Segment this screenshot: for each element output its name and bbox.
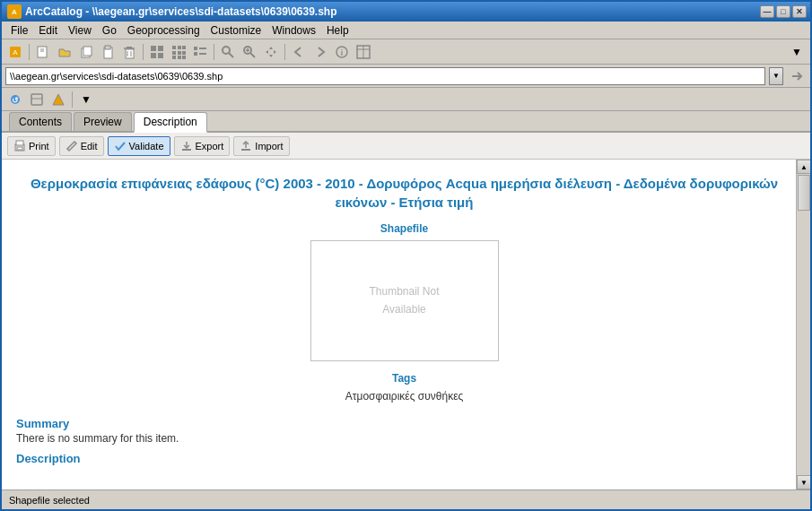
summary-text: There is no summary for this item. — [16, 432, 792, 445]
tab-preview[interactable]: Preview — [74, 112, 132, 131]
tab-contents[interactable]: Contents — [9, 112, 72, 131]
svg-rect-21 — [178, 46, 181, 49]
summary-title: Summary — [16, 417, 792, 430]
svg-rect-17 — [158, 46, 163, 51]
toolbar2-btn2[interactable] — [27, 90, 47, 109]
scroll-up-arrow[interactable]: ▲ — [797, 160, 810, 174]
toolbar-btn-1[interactable]: A — [5, 42, 25, 62]
menu-edit[interactable]: Edit — [33, 22, 63, 39]
svg-rect-24 — [178, 51, 181, 55]
svg-point-33 — [223, 47, 230, 54]
toolbar-paste[interactable] — [98, 42, 118, 62]
main-content: Θερμοκρασία επιφάνειας εδάφους (°C) 2003… — [2, 160, 810, 489]
address-go[interactable] — [787, 66, 807, 86]
svg-rect-10 — [105, 46, 110, 49]
menu-geoprocessing[interactable]: Geoprocessing — [122, 22, 205, 39]
validate-label: Validate — [129, 141, 164, 152]
app-icon: A — [7, 4, 22, 19]
menu-help[interactable]: Help — [321, 22, 354, 39]
toolbar-list[interactable] — [190, 42, 210, 62]
svg-rect-49 — [17, 147, 22, 150]
content-toolbar: Print Edit Validate Export Import — [2, 133, 810, 160]
svg-rect-26 — [172, 56, 176, 59]
toolbar2-btn4[interactable]: ▼ — [76, 90, 96, 109]
toolbar-copy[interactable] — [76, 42, 96, 62]
menu-file[interactable]: File — [5, 22, 33, 39]
tags-value: Ατμοσφαιρικές συνθήκες — [345, 390, 464, 403]
validate-button[interactable]: Validate — [108, 136, 170, 156]
svg-rect-27 — [178, 56, 181, 59]
toolbar-info[interactable]: i — [332, 42, 352, 62]
tab-description[interactable]: Description — [134, 112, 207, 133]
page-title: Θερμοκρασία επιφάνειας εδάφους (°C) 2003… — [16, 174, 792, 212]
toolbar-pan[interactable] — [261, 42, 281, 62]
maximize-button[interactable]: □ — [776, 5, 790, 18]
tab-bar: Contents Preview Description — [2, 111, 810, 133]
svg-rect-50 — [182, 149, 191, 151]
toolbar-sep-3 — [214, 44, 214, 60]
toolbar-back[interactable] — [289, 42, 309, 62]
toolbar-zoom-in[interactable] — [240, 42, 259, 62]
menu-go[interactable]: Go — [97, 22, 122, 39]
scroll-down-arrow[interactable]: ▼ — [797, 475, 810, 489]
svg-rect-30 — [199, 48, 206, 49]
toolbar-sep-2 — [143, 44, 144, 60]
tags-label: Tags — [345, 372, 464, 385]
print-label: Print — [29, 141, 49, 152]
toolbar-sep-4 — [284, 44, 285, 60]
window-controls: — □ ✕ — [760, 5, 807, 18]
export-label: Export — [196, 141, 224, 152]
toolbar-grid1[interactable] — [147, 42, 167, 62]
svg-text:↺: ↺ — [12, 96, 19, 105]
toolbar-search[interactable] — [218, 42, 238, 62]
toolbar-grid2[interactable] — [169, 42, 188, 62]
svg-text:A: A — [12, 8, 17, 16]
scroll-right: ▲ ▼ — [796, 160, 810, 489]
import-button[interactable]: Import — [233, 136, 289, 156]
edit-button[interactable]: Edit — [59, 136, 104, 156]
svg-rect-19 — [158, 53, 163, 58]
svg-rect-4 — [38, 47, 47, 57]
toolbar-new[interactable] — [33, 42, 53, 62]
svg-rect-11 — [126, 49, 134, 58]
svg-text:i: i — [341, 48, 344, 57]
svg-rect-16 — [151, 46, 156, 51]
menu-windows[interactable]: Windows — [266, 22, 321, 39]
export-button[interactable]: Export — [174, 136, 231, 156]
close-button[interactable]: ✕ — [792, 5, 807, 18]
toolbar2-btn3[interactable] — [48, 90, 68, 109]
svg-rect-46 — [31, 94, 42, 105]
toolbar-forward[interactable] — [310, 42, 330, 62]
svg-rect-28 — [182, 56, 186, 59]
content-area: Print Edit Validate Export Import — [2, 133, 810, 489]
scroll-thumb[interactable] — [798, 175, 810, 211]
svg-rect-32 — [199, 53, 206, 55]
thumbnail-box: Thumbnail Not Available — [310, 240, 499, 361]
svg-rect-13 — [127, 47, 132, 48]
menu-bar: File Edit View Go Geoprocessing Customiz… — [2, 22, 810, 39]
print-button[interactable]: Print — [7, 136, 56, 156]
svg-rect-25 — [182, 51, 186, 55]
svg-line-34 — [229, 53, 233, 57]
status-text: Shapefile selected — [9, 495, 90, 506]
svg-rect-23 — [172, 51, 176, 55]
menu-customize[interactable]: Customize — [205, 22, 267, 39]
description-title: Description — [16, 452, 792, 465]
svg-rect-48 — [16, 141, 23, 145]
toolbar-delete[interactable] — [119, 42, 139, 62]
address-dropdown[interactable]: ▼ — [769, 67, 783, 85]
toolbar-open[interactable] — [55, 42, 74, 62]
svg-rect-29 — [194, 47, 197, 50]
toolbar2-sep — [72, 91, 73, 108]
menu-view[interactable]: View — [63, 22, 97, 39]
address-input[interactable] — [5, 67, 765, 85]
tags-section: Tags Ατμοσφαιρικές συνθήκες — [345, 372, 464, 403]
import-label: Import — [255, 141, 283, 152]
minimize-button[interactable]: — — [760, 5, 774, 18]
toolbar2-btn1[interactable]: ↺ — [5, 90, 25, 109]
toolbar-table[interactable] — [354, 42, 373, 62]
address-bar: ▼ — [2, 65, 810, 88]
summary-section: Summary There is no summary for this ite… — [16, 417, 792, 445]
description-section: Description — [16, 452, 792, 467]
toolbar-expand[interactable]: ▼ — [787, 42, 807, 62]
